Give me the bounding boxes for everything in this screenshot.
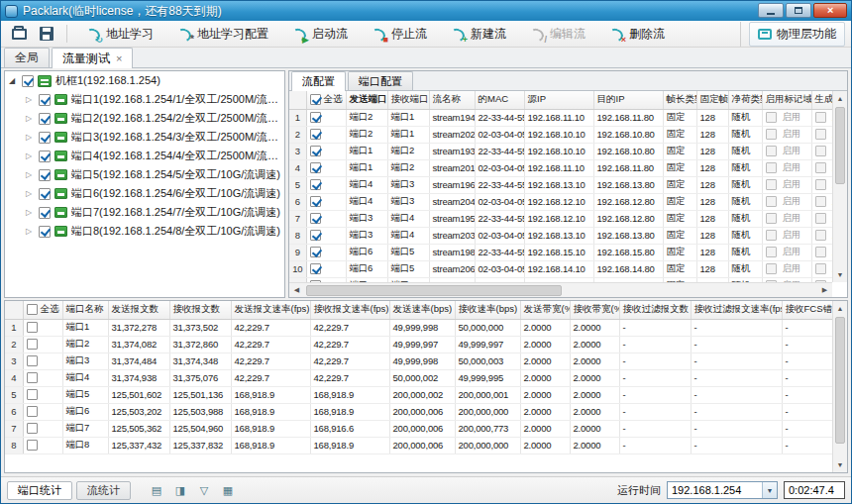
stream-table-hscrollbar[interactable]: ◀ ▶: [289, 282, 832, 297]
row-select-checkbox[interactable]: [27, 355, 38, 366]
column-header[interactable]: 发送报文数: [108, 301, 169, 319]
row-select-cell[interactable]: [306, 260, 346, 277]
table-row[interactable]: 4端口1端口2stream20102-03-04-05192.168.11.10…: [289, 159, 832, 176]
scroll-left-icon[interactable]: ◀: [289, 283, 304, 298]
column-header[interactable]: 源IP: [524, 91, 593, 109]
row-select-checkbox[interactable]: [27, 339, 38, 350]
tree-item-port2[interactable]: ▷ 端口2(192.168.1.254/2/全双工/2500M/流调速): [5, 109, 284, 128]
scrollbar-thumb[interactable]: [835, 107, 845, 184]
table-row[interactable]: 3端口331,374,48431,374,34842,229.742,229.7…: [5, 353, 832, 369]
report-icon[interactable]: ▦: [220, 482, 236, 498]
table-row[interactable]: 5端口4端口3stream19622-33-44-55192.168.13.10…: [289, 176, 832, 193]
port-checkbox[interactable]: [39, 226, 51, 238]
tree-item-port1[interactable]: ▷ 端口1(192.168.1.254/1/全双工/2500M/流调速): [5, 90, 284, 109]
row-select-cell[interactable]: [23, 353, 62, 369]
tab-stream-config[interactable]: 流配置: [291, 71, 346, 91]
tree-item-port7[interactable]: ▷ 端口7(192.168.1.254/7/全双工/10G/流调速): [5, 203, 284, 222]
row-select-checkbox[interactable]: [27, 372, 38, 383]
row-select-cell[interactable]: [306, 176, 346, 193]
select-all-checkbox[interactable]: [27, 304, 38, 315]
row-select-cell[interactable]: [23, 437, 62, 454]
expand-closed-icon[interactable]: ▷: [26, 151, 35, 160]
row-select-checkbox[interactable]: [27, 423, 38, 434]
stream-table-vscrollbar[interactable]: ▲ ▼: [832, 91, 847, 282]
tab-global[interactable]: 全局: [4, 48, 50, 67]
column-header[interactable]: [289, 91, 306, 109]
table-row[interactable]: 1端口2端口1stream19422-33-44-55192.168.11.10…: [289, 109, 832, 126]
table-row[interactable]: 1端口131,372,27831,373,50242,229.742,229.7…: [5, 319, 832, 336]
column-header[interactable]: 接收报文速率(fps): [310, 301, 389, 319]
row-select-cell[interactable]: [306, 109, 346, 126]
scroll-up-icon[interactable]: ▲: [833, 301, 847, 316]
select-all-checkbox[interactable]: [310, 94, 321, 105]
row-select-cell[interactable]: [23, 386, 62, 403]
row-select-checkbox[interactable]: [310, 162, 321, 173]
row-select-cell[interactable]: [23, 319, 62, 336]
expand-closed-icon[interactable]: ▷: [26, 133, 35, 142]
expand-closed-icon[interactable]: ▷: [26, 95, 35, 104]
scroll-right-icon[interactable]: ▶: [817, 283, 832, 298]
column-header[interactable]: 全选: [23, 301, 62, 319]
row-select-cell[interactable]: [306, 143, 346, 159]
column-header[interactable]: 接收速率(bps): [455, 301, 520, 319]
print-icon[interactable]: ▤: [149, 482, 164, 498]
tree-item-port3[interactable]: ▷ 端口3(192.168.1.254/3/全双工/2500M/流调速): [5, 128, 284, 147]
scroll-down-icon[interactable]: ▼: [833, 457, 847, 472]
column-header[interactable]: 帧长类型: [663, 91, 696, 109]
row-select-checkbox[interactable]: [310, 129, 321, 140]
chassis-checkbox[interactable]: [22, 75, 34, 87]
close-button[interactable]: ×: [813, 3, 847, 18]
column-header[interactable]: 发送报文速率(fps): [231, 301, 310, 319]
column-header[interactable]: 接收过滤报文数: [619, 301, 691, 319]
column-header[interactable]: 的MAC: [475, 91, 524, 109]
table-row[interactable]: 4端口431,374,93831,375,07642,229.742,229.7…: [5, 369, 832, 386]
port-checkbox[interactable]: [39, 169, 51, 181]
open-file-button[interactable]: [7, 23, 31, 45]
column-header[interactable]: 固定帧长: [696, 91, 728, 109]
port-table-vscrollbar[interactable]: ▲ ▼: [832, 301, 847, 472]
device-select[interactable]: 192.168.1.254 ▼: [667, 481, 778, 499]
address-learn-config-button[interactable]: * 地址学习配置: [166, 23, 277, 46]
row-select-checkbox[interactable]: [310, 230, 321, 241]
stream-stats-tab[interactable]: 流统计: [76, 481, 131, 500]
table-row[interactable]: 8端口3端口4stream20302-03-04-05192.168.13.10…: [289, 227, 832, 244]
table-row[interactable]: 7端口3端口4stream19522-33-44-55192.168.12.10…: [289, 210, 832, 227]
expand-closed-icon[interactable]: ▷: [26, 189, 35, 198]
column-header[interactable]: 生成FCS错: [811, 91, 832, 109]
row-select-cell[interactable]: [306, 193, 346, 210]
port-checkbox[interactable]: [39, 113, 51, 125]
column-header[interactable]: 启用标记域: [762, 91, 811, 109]
row-select-cell[interactable]: [306, 210, 346, 227]
table-row[interactable]: 7端口7125,505,362125,504,960168,918.9168,9…: [5, 420, 832, 437]
row-select-cell[interactable]: [23, 369, 62, 386]
close-tab-icon[interactable]: ×: [116, 53, 122, 64]
table-row[interactable]: 6端口4端口3stream20402-03-04-05192.168.12.10…: [289, 193, 832, 210]
tree-item-port4[interactable]: ▷ 端口4(192.168.1.254/4/全双工/2500M/流调速): [5, 147, 284, 165]
scroll-up-icon[interactable]: ▲: [833, 91, 847, 106]
save-button[interactable]: [35, 23, 58, 45]
column-header[interactable]: [5, 301, 23, 319]
row-select-checkbox[interactable]: [310, 263, 321, 274]
tree-item-chassis[interactable]: ◢ 机框1(192.168.1.254): [5, 71, 284, 90]
row-select-checkbox[interactable]: [310, 112, 321, 123]
stop-stream-button[interactable]: ■ 停止流: [361, 23, 436, 46]
new-stream-button[interactable]: + 新建流: [440, 23, 515, 46]
column-header[interactable]: 发送速率(bps): [389, 301, 455, 319]
column-header[interactable]: 发送端口: [346, 91, 387, 109]
tree-item-port8[interactable]: ▷ 端口8(192.168.1.254/8/全双工/10G/流调速): [5, 222, 284, 241]
tab-traffic-test[interactable]: 流量测试 ×: [52, 48, 133, 68]
column-header[interactable]: 接收过滤报文速率(fps): [691, 301, 782, 319]
scrollbar-track[interactable]: [833, 185, 847, 267]
table-row[interactable]: 5端口5125,501,602125,501,136168,918.9168,9…: [5, 386, 832, 403]
table-row[interactable]: 3端口1端口2stream19322-33-44-55192.168.10.10…: [289, 143, 832, 159]
row-select-checkbox[interactable]: [27, 389, 38, 400]
port-stats-tab[interactable]: 端口统计: [7, 481, 72, 500]
column-header[interactable]: 接收FCS错误报文: [782, 301, 832, 319]
physical-layer-button[interactable]: 物理层功能: [749, 22, 845, 47]
column-header[interactable]: 接收报文数: [169, 301, 231, 319]
row-select-checkbox[interactable]: [310, 146, 321, 156]
row-select-checkbox[interactable]: [310, 213, 321, 224]
port-checkbox[interactable]: [39, 207, 51, 219]
column-header[interactable]: 接收带宽(%): [570, 301, 619, 319]
filter-icon[interactable]: ▽: [196, 482, 212, 498]
